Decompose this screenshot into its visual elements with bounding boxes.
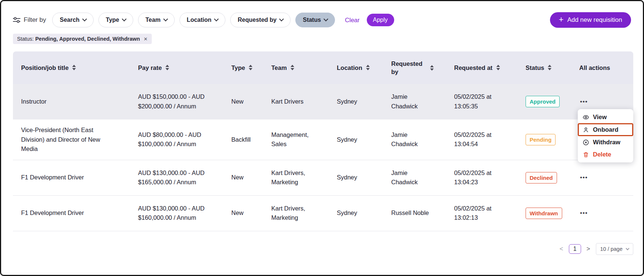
menu-item-onboard[interactable]: Onboard bbox=[578, 123, 633, 136]
menu-item-delete[interactable]: Delete bbox=[578, 148, 633, 161]
sort-icon[interactable] bbox=[548, 65, 551, 70]
chip-prefix: Status: bbox=[17, 36, 34, 42]
chevron-down-icon bbox=[214, 17, 219, 21]
filter-dropdown-type-label: Type bbox=[106, 17, 119, 23]
add-new-requisition-button[interactable]: + Add new requisition bbox=[550, 12, 631, 28]
active-filters-row: Status: Pending, Approved, Declined, Wit… bbox=[13, 34, 631, 44]
column-header-requested-at: Requested at bbox=[454, 64, 526, 72]
cell-status: Pending bbox=[526, 128, 579, 151]
remove-filter-icon[interactable]: ✕ bbox=[144, 36, 148, 42]
cell-requested-by: Jamie Chadwick bbox=[391, 162, 454, 193]
sort-icon[interactable] bbox=[430, 65, 434, 71]
filter-by-text: Filter by bbox=[24, 16, 46, 24]
cell-requested-by: Jamie Chadwick bbox=[391, 86, 454, 117]
cell-location: Sydney bbox=[337, 91, 391, 112]
filter-dropdown-requested-by[interactable]: Requested by bbox=[230, 13, 291, 27]
column-header-requested-by: Requested by bbox=[391, 60, 454, 76]
trash-icon bbox=[583, 151, 589, 158]
sort-icon[interactable] bbox=[249, 65, 252, 70]
cell-location: Sydney bbox=[337, 129, 391, 151]
column-header-location-label: Location bbox=[337, 64, 362, 72]
filter-bar: Filter by Search Type Team Location Requ… bbox=[13, 12, 631, 28]
column-header-location: Location bbox=[337, 64, 391, 72]
column-header-all-actions-label: All actions bbox=[579, 64, 610, 72]
column-header-pay-rate-label: Pay rate bbox=[138, 64, 162, 72]
table-row[interactable]: Vice-President (North East Division) and… bbox=[13, 120, 633, 160]
current-page-button[interactable]: 1 bbox=[569, 244, 581, 254]
sort-icon[interactable] bbox=[165, 65, 169, 70]
column-header-requested-at-label: Requested at bbox=[454, 64, 493, 72]
cell-requested-by: Jamie Chadwick bbox=[391, 124, 454, 155]
filter-dropdown-team-label: Team bbox=[145, 17, 161, 23]
filter-dropdown-status-label: Status bbox=[303, 17, 321, 23]
row-actions-button[interactable]: ••• bbox=[579, 172, 588, 183]
menu-item-view[interactable]: View bbox=[578, 111, 633, 123]
chevron-down-icon bbox=[122, 17, 127, 21]
chevron-down-icon bbox=[163, 17, 168, 21]
status-filter-chip: Status: Pending, Approved, Declined, Wit… bbox=[13, 34, 152, 44]
cell-team: Kart Drivers bbox=[271, 91, 337, 112]
column-header-type: Type bbox=[231, 64, 271, 72]
column-header-position: Position/job title bbox=[21, 64, 138, 72]
menu-item-view-label: View bbox=[593, 114, 607, 121]
next-page-button[interactable]: > bbox=[587, 245, 590, 253]
filter-dropdown-search-label: Search bbox=[60, 17, 79, 23]
sort-icon[interactable] bbox=[366, 65, 370, 70]
filter-dropdown-team[interactable]: Team bbox=[138, 13, 175, 27]
sort-icon[interactable] bbox=[72, 65, 76, 70]
column-header-all-actions: All actions bbox=[579, 64, 633, 72]
cell-requested-at: 05/02/2025 at 13:05:35 bbox=[454, 86, 526, 117]
cell-position: F1 Development Driver bbox=[21, 202, 138, 224]
cell-actions: ••• bbox=[579, 166, 633, 189]
row-actions-menu: View Onboard Withdraw Delete bbox=[578, 109, 633, 162]
eye-icon bbox=[583, 114, 589, 121]
status-badge: Withdrawn bbox=[526, 208, 562, 219]
cell-status: Approved bbox=[526, 90, 579, 113]
table-row[interactable]: F1 Development Driver AUD $130,000.00 - … bbox=[13, 196, 633, 231]
cell-pay-rate: AUD $150,000.00 - AUD $200,000.00 / Annu… bbox=[138, 86, 231, 117]
menu-item-withdraw[interactable]: Withdraw bbox=[578, 136, 633, 148]
chevron-down-icon bbox=[323, 17, 328, 21]
cell-type: New bbox=[231, 167, 271, 188]
chip-text: Status: Pending, Approved, Declined, Wit… bbox=[17, 36, 140, 42]
table-row[interactable]: F1 Development Driver AUD $130,000.00 - … bbox=[13, 160, 633, 196]
cell-position: Instructor bbox=[21, 91, 138, 112]
cell-team: Kart Drivers, Marketing bbox=[271, 198, 337, 229]
requisitions-table: Position/job title Pay rate Type Team Lo… bbox=[13, 51, 633, 231]
cell-requested-at: 05/02/2025 at 13:04:54 bbox=[454, 124, 526, 155]
cell-requested-at: 05/02/2025 at 13:04:23 bbox=[454, 162, 526, 193]
cell-type: New bbox=[231, 91, 271, 112]
filter-dropdown-requested-by-label: Requested by bbox=[238, 17, 276, 23]
row-actions-button[interactable]: ••• bbox=[579, 97, 588, 107]
clear-filters-link[interactable]: Clear bbox=[345, 17, 359, 24]
column-header-position-label: Position/job title bbox=[21, 64, 68, 72]
sort-icon[interactable] bbox=[291, 65, 294, 70]
filter-dropdown-location[interactable]: Location bbox=[180, 13, 226, 27]
row-actions-button[interactable]: ••• bbox=[579, 208, 588, 218]
apply-filters-button[interactable]: Apply bbox=[367, 14, 394, 26]
filter-by-label: Filter by bbox=[13, 16, 46, 24]
filter-dropdown-status[interactable]: Status bbox=[295, 13, 335, 27]
sort-icon[interactable] bbox=[496, 65, 500, 70]
previous-page-button[interactable]: < bbox=[560, 245, 563, 253]
cell-type: New bbox=[231, 202, 271, 224]
cell-position: Vice-President (North East Division) and… bbox=[21, 120, 138, 160]
column-header-type-label: Type bbox=[231, 64, 245, 72]
table-row[interactable]: Instructor AUD $150,000.00 - AUD $200,00… bbox=[13, 84, 633, 120]
chevron-down-icon bbox=[82, 17, 87, 21]
cell-team: Kart Drivers, Marketing bbox=[271, 162, 337, 193]
cell-requested-by: Russell Noble bbox=[391, 202, 454, 224]
cell-team: Management, Sales bbox=[271, 124, 337, 155]
page-size-select[interactable]: 10 / page bbox=[596, 243, 633, 255]
menu-item-onboard-label: Onboard bbox=[593, 126, 618, 133]
filter-dropdown-search[interactable]: Search bbox=[52, 13, 93, 27]
column-header-team-label: Team bbox=[271, 64, 287, 72]
cell-status: Declined bbox=[526, 166, 579, 189]
chevron-down-icon bbox=[279, 17, 284, 21]
cell-pay-rate: AUD $130,000.00 - AUD $165,000.00 / Annu… bbox=[138, 162, 231, 193]
filter-dropdown-type[interactable]: Type bbox=[98, 13, 133, 27]
column-header-pay-rate: Pay rate bbox=[138, 64, 231, 72]
chip-values: Pending, Approved, Declined, Withdrawn bbox=[35, 36, 140, 42]
status-badge: Pending bbox=[526, 134, 556, 145]
cell-position: F1 Development Driver bbox=[21, 167, 138, 188]
